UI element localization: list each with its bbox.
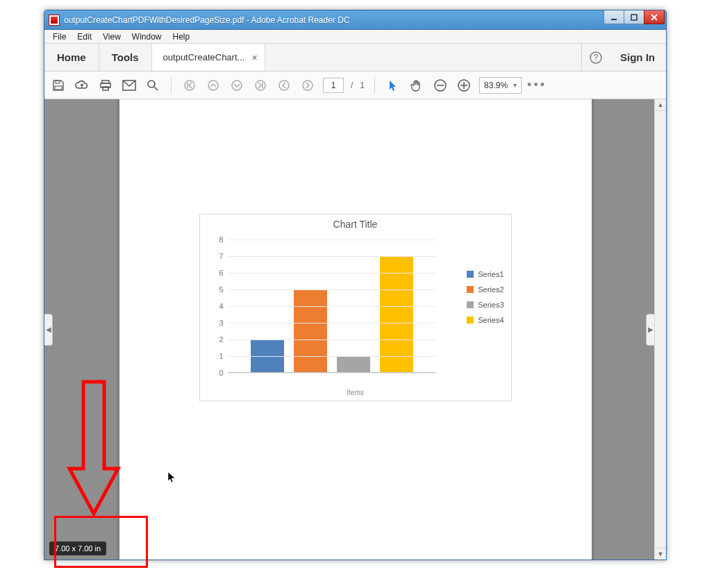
chart-y-tick: 4 <box>210 302 224 310</box>
spacer <box>265 44 581 71</box>
selection-tool-icon[interactable] <box>385 77 401 94</box>
menu-view[interactable]: View <box>97 32 126 42</box>
save-icon[interactable] <box>50 77 67 94</box>
legend-item-series3: Series3 <box>467 301 504 309</box>
first-page-icon[interactable] <box>181 77 198 94</box>
minimize-button[interactable] <box>604 10 624 24</box>
chart-y-tick: 2 <box>210 335 224 344</box>
page-down-icon[interactable] <box>228 77 245 94</box>
legend-item-series4: Series4 <box>467 316 504 324</box>
next-page-icon[interactable] <box>299 77 316 94</box>
app-window: outputCreateChartPDFWithDesiredPageSize.… <box>44 10 667 560</box>
chart-y-tick: 0 <box>210 369 224 377</box>
legend-label: Series2 <box>478 285 504 294</box>
svg-rect-10 <box>103 87 108 90</box>
chart-gridline <box>228 323 436 324</box>
chart-legend: Series1Series2Series3Series4 <box>467 270 504 324</box>
tab-tools[interactable]: Tools <box>99 44 152 71</box>
cloud-icon[interactable] <box>74 77 90 94</box>
chart-gridline <box>228 256 436 257</box>
close-tab-icon[interactable]: × <box>251 52 257 63</box>
chart-bar-series4 <box>380 256 413 373</box>
search-icon[interactable] <box>144 77 161 94</box>
page-separator: / <box>351 81 353 90</box>
legend-swatch <box>467 271 474 278</box>
panel-handle-right[interactable]: ▶ <box>646 314 654 346</box>
primary-tabs: Home Tools outputCreateChart... × ? Sign… <box>44 44 666 72</box>
chart-plot-area <box>228 240 436 373</box>
zoom-in-icon[interactable] <box>456 77 472 94</box>
chart-y-tick: 6 <box>210 269 224 277</box>
svg-line-13 <box>154 87 158 90</box>
legend-item-series1: Series1 <box>467 270 504 278</box>
legend-item-series2: Series2 <box>467 285 504 294</box>
window-buttons <box>604 10 665 24</box>
chevron-down-icon: ▾ <box>513 81 517 89</box>
help-icon[interactable]: ? <box>581 44 609 71</box>
legend-swatch <box>467 286 474 293</box>
svg-rect-7 <box>55 86 62 90</box>
zoom-level-dropdown[interactable]: 83.9% ▾ <box>479 77 522 94</box>
toolbar: 1 / 1 83.9% ▾ ••• <box>44 72 666 99</box>
hand-tool-icon[interactable] <box>408 77 425 94</box>
legend-swatch <box>467 317 474 324</box>
legend-label: Series1 <box>478 270 504 278</box>
pdf-page: Chart Title 012345678 Series1Series2Seri… <box>119 99 592 560</box>
chart-title: Chart Title <box>200 219 511 230</box>
zoom-out-icon[interactable] <box>432 77 449 94</box>
page-number-input[interactable]: 1 <box>323 78 344 93</box>
chart-y-tick: 1 <box>210 352 224 360</box>
page-up-icon[interactable] <box>205 77 222 94</box>
svg-point-15 <box>208 81 218 90</box>
panel-handle-left[interactable]: ◀ <box>44 314 53 346</box>
chart-gridline <box>228 306 436 307</box>
mail-icon[interactable] <box>121 77 138 94</box>
titlebar: outputCreateChartPDFWithDesiredPageSize.… <box>44 10 666 30</box>
menu-edit[interactable]: Edit <box>72 32 97 42</box>
legend-label: Series4 <box>478 316 504 324</box>
svg-rect-6 <box>56 81 60 83</box>
chart-y-tick: 3 <box>210 319 224 327</box>
menu-window[interactable]: Window <box>126 32 167 42</box>
tab-document[interactable]: outputCreateChart... × <box>152 43 265 71</box>
legend-swatch <box>467 301 474 308</box>
close-button[interactable] <box>644 10 665 24</box>
svg-text:?: ? <box>593 53 598 62</box>
chart-bar-series2 <box>294 289 327 373</box>
chart: Chart Title 012345678 Series1Series2Seri… <box>199 214 512 401</box>
chart-y-tick: 7 <box>210 252 224 260</box>
separator <box>171 77 172 94</box>
chart-gridline <box>228 289 436 290</box>
prev-page-icon[interactable] <box>276 77 292 94</box>
tab-home[interactable]: Home <box>44 44 99 71</box>
scroll-down-icon[interactable]: ▼ <box>655 548 666 560</box>
svg-point-12 <box>148 81 155 87</box>
chart-y-tick: 5 <box>210 285 224 294</box>
page-total: 1 <box>360 81 365 90</box>
chart-gridline <box>228 273 436 274</box>
svg-rect-1 <box>631 15 637 20</box>
chart-gridline <box>228 240 436 240</box>
more-tools-icon[interactable]: ••• <box>529 77 545 94</box>
svg-point-19 <box>303 81 313 90</box>
menubar: File Edit View Window Help <box>44 30 666 44</box>
window-title: outputCreateChartPDFWithDesiredPageSize.… <box>64 15 350 25</box>
app-icon <box>49 15 60 26</box>
chart-bar-series3 <box>337 356 370 373</box>
menu-help[interactable]: Help <box>167 32 196 42</box>
menu-file[interactable]: File <box>47 32 72 42</box>
vertical-scrollbar[interactable]: ▲ ▼ <box>654 99 666 560</box>
zoom-level-label: 83.9% <box>484 81 508 90</box>
legend-label: Series3 <box>478 301 504 309</box>
scroll-up-icon[interactable]: ▲ <box>655 99 666 111</box>
chart-x-label: Items <box>200 389 511 396</box>
print-icon[interactable] <box>97 77 114 94</box>
last-page-icon[interactable] <box>252 77 269 94</box>
chart-gridline <box>228 356 436 357</box>
svg-point-16 <box>232 81 242 90</box>
chart-gridline <box>228 373 436 373</box>
maximize-button[interactable] <box>624 10 644 24</box>
svg-point-18 <box>279 81 289 90</box>
mouse-cursor <box>167 471 177 486</box>
signin-button[interactable]: Sign In <box>609 44 666 71</box>
